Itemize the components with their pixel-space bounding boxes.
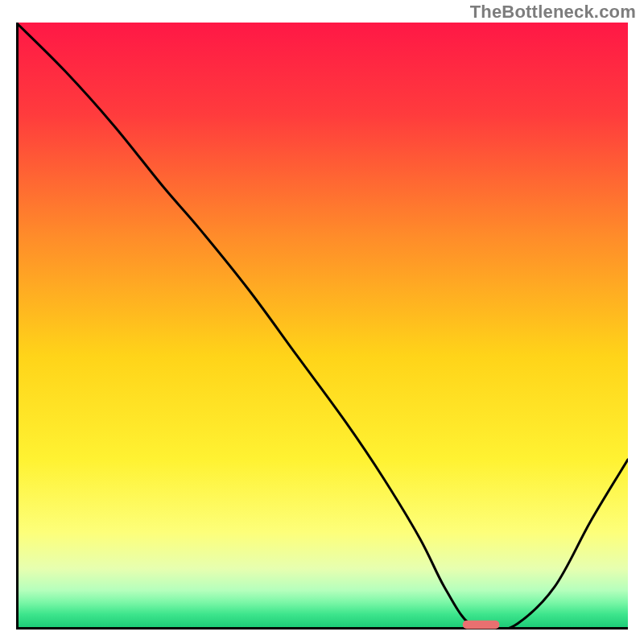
optimum-marker (463, 621, 500, 630)
chart-svg (16, 23, 628, 630)
bottleneck-chart (16, 23, 628, 630)
watermark-text: TheBottleneck.com (470, 2, 636, 23)
gradient-background (16, 23, 628, 630)
